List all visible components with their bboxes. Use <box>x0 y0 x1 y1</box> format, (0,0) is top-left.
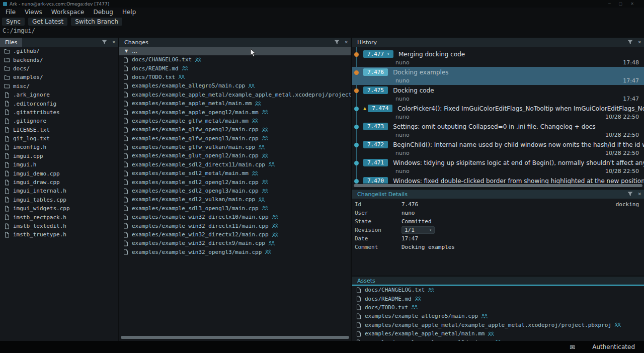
toolbar-button-get-latest[interactable]: Get Latest <box>28 18 67 26</box>
changed-file-row[interactable]: examples/example_sdl3_opengl3/main.cpp <box>119 204 351 213</box>
revision-badge[interactable]: 7.470 <box>363 177 388 184</box>
revision-badge[interactable]: 7.473 <box>363 123 388 130</box>
changed-file-row[interactable]: examples/example_win32_directx11/main.cp… <box>119 221 351 230</box>
history-row[interactable]: 7.472 BeginChild(): Internal name used b… <box>352 139 644 157</box>
mail-icon[interactable]: ✉ <box>570 343 575 351</box>
changed-file-row[interactable]: examples/example_allegro5/main.cpp <box>119 81 351 90</box>
file-icon <box>123 92 129 98</box>
folder-item-misc[interactable]: misc/ <box>0 82 118 91</box>
file-item-imstb-textedit-h[interactable]: imstb_textedit.h <box>0 222 118 230</box>
changed-file-row[interactable]: examples/example_sdl2_opengl3/main.cpp <box>119 187 351 195</box>
close-button[interactable]: ✕ <box>630 2 634 6</box>
changed-file-row[interactable]: examples/example_apple_metal/main.mm <box>119 99 351 108</box>
menu-debug[interactable]: Debug <box>89 9 117 16</box>
file-item-imgui-demo-cpp[interactable]: imgui_demo.cpp <box>0 169 118 178</box>
horizontal-scrollbar[interactable] <box>354 184 642 187</box>
file-item-imgui-draw-cpp[interactable]: imgui_draw.cpp <box>0 178 118 187</box>
horizontal-scrollbar[interactable] <box>121 336 349 339</box>
filter-icon[interactable] <box>102 40 107 45</box>
changed-file-row[interactable]: examples/example_apple_metal/example_app… <box>119 91 351 99</box>
changed-file-row[interactable]: examples/example_win32_directx9/main.cpp <box>119 239 351 247</box>
changed-file-row[interactable]: examples/example_sdl2_directx11/main.cpp <box>119 160 351 169</box>
history-row[interactable]: 7.470 Windows: fixed double-clicked bord… <box>352 175 644 184</box>
files-panel-title[interactable]: Files <box>0 38 22 47</box>
changed-file-row[interactable]: examples/example_sdl2_vulkan/main.cpp <box>119 195 351 204</box>
details-panel-title[interactable]: Changelist Details <box>352 191 408 198</box>
asset-row[interactable]: examples/example_apple_metal/main.mm <box>352 329 644 338</box>
file-item-imstb-rectpack-h[interactable]: imstb_rectpack.h <box>0 213 118 221</box>
toolbar-button-switch-branch[interactable]: Switch Branch <box>71 18 122 26</box>
changed-file-row[interactable]: docs/TODO.txt <box>119 73 351 81</box>
file-item-ark-ignore[interactable]: .ark_ignore <box>0 91 118 99</box>
history-row[interactable]: 7.477▾ Merging docking code nuno 17:48 <box>352 49 644 67</box>
revision-badge[interactable]: 7.475 <box>363 86 388 94</box>
revision-dropdown[interactable]: 1/1▾ <box>401 226 435 234</box>
revision-badge[interactable]: 7.474 <box>368 105 392 112</box>
changes-panel-title[interactable]: Changes <box>119 39 148 46</box>
changed-file-row[interactable]: examples/example_win32_opengl3/main.cpp <box>119 248 351 256</box>
changed-file-row[interactable]: examples/example_glfw_vulkan/main.cpp <box>119 143 351 151</box>
changes-root-node[interactable]: ▼ ... <box>119 47 351 55</box>
asset-row[interactable]: examples/example_apple_metal/example_app… <box>352 321 644 329</box>
panel-close-icon[interactable]: ✕ <box>344 40 348 45</box>
changed-file-row[interactable]: examples/example_glfw_opengl3/main.cpp <box>119 134 351 143</box>
file-item-editorconfig[interactable]: .editorconfig <box>0 99 118 108</box>
asset-row[interactable]: examples/example_allegro5/main.cpp <box>352 312 644 320</box>
changed-file-row[interactable]: examples/example_apple_opengl2/main.mm <box>119 108 351 116</box>
folder-item-docs[interactable]: docs/ <box>0 64 118 73</box>
file-item-gitignore[interactable]: .gitignore <box>0 117 118 125</box>
changed-file-row[interactable]: docs/README.md <box>119 64 351 72</box>
changed-file-row[interactable]: examples/example_win32_directx10/main.cp… <box>119 213 351 221</box>
filter-icon[interactable] <box>627 192 633 197</box>
changed-file-row[interactable]: examples/example_sdl2_metal/main.mm <box>119 169 351 178</box>
menu-file[interactable]: File <box>1 9 20 16</box>
changed-file-row[interactable]: examples/example_glut_opengl2/main.cpp <box>119 151 351 160</box>
changed-file-row[interactable]: examples/example_win32_directx12/main.cp… <box>119 230 351 239</box>
file-item-imgui-h[interactable]: imgui.h <box>0 160 118 169</box>
file-item-imgui-internal-h[interactable]: imgui_internal.h <box>0 187 118 195</box>
panel-close-icon[interactable]: ✕ <box>112 40 116 45</box>
expand-icon[interactable]: ▼ <box>125 49 128 53</box>
assets-panel-title[interactable]: Assets <box>352 278 375 284</box>
folder-item-github[interactable]: .github/ <box>0 47 118 55</box>
history-row[interactable]: ▲ 7.474 ColorPicker4(): Fixed ImGuiColor… <box>352 103 644 121</box>
history-row[interactable]: 7.473 Settings: omit outputing Collapsed… <box>352 121 644 139</box>
file-name: imgui.cpp <box>13 153 43 159</box>
menu-help[interactable]: Help <box>118 9 140 16</box>
file-item-imgui-tables-cpp[interactable]: imgui_tables.cpp <box>0 196 118 204</box>
filter-icon[interactable] <box>334 40 340 45</box>
checked-out-users-icon <box>182 66 189 71</box>
filter-icon[interactable] <box>627 40 633 45</box>
folder-item-backends[interactable]: backends/ <box>0 55 118 64</box>
revision-badge[interactable]: 7.472 <box>363 141 388 148</box>
toolbar-button-sync[interactable]: Sync <box>2 18 25 26</box>
asset-row[interactable]: docs/README.md <box>352 294 644 303</box>
file-item-license-txt[interactable]: LICENSE.txt <box>0 126 118 134</box>
maximize-button[interactable]: ▢ <box>619 2 623 6</box>
asset-row[interactable]: docs/TODO.txt <box>352 303 644 312</box>
file-item-imgui-cpp[interactable]: imgui.cpp <box>0 152 118 160</box>
revision-badge[interactable]: 7.471 <box>363 159 388 166</box>
minimize-button[interactable]: ─ <box>608 2 611 6</box>
changed-file-row[interactable]: examples/example_glfw_metal/main.mm <box>119 117 351 125</box>
file-item-imstb-truetype-h[interactable]: imstb_truetype.h <box>0 230 118 239</box>
asset-row[interactable]: docs/CHANGELOG.txt <box>352 286 644 294</box>
file-item-imconfig-h[interactable]: imconfig.h <box>0 143 118 151</box>
menu-views[interactable]: Views <box>20 9 47 16</box>
file-item-gitattributes[interactable]: .gitattributes <box>0 108 118 117</box>
file-item-git-log-txt[interactable]: git_log.txt <box>0 134 118 143</box>
changed-file-row[interactable]: docs/CHANGELOG.txt <box>119 55 351 64</box>
panel-close-icon[interactable]: ✕ <box>637 192 641 197</box>
menu-workspace[interactable]: Workspace <box>47 9 89 16</box>
file-item-imgui-widgets-cpp[interactable]: imgui_widgets.cpp <box>0 204 118 213</box>
changed-file-row[interactable]: examples/example_sdl2_opengl2/main.cpp <box>119 178 351 186</box>
folder-item-examples[interactable]: examples/ <box>0 73 118 81</box>
history-row[interactable]: 7.471 Windows: tidying up skipitems logi… <box>352 157 644 175</box>
history-row[interactable]: 7.475 Docking code nuno 17:47 <box>352 85 644 103</box>
changed-file-row[interactable]: examples/example_glfw_opengl2/main.cpp <box>119 125 351 134</box>
revision-badge[interactable]: 7.476 <box>363 68 388 76</box>
panel-close-icon[interactable]: ✕ <box>637 40 641 45</box>
revision-badge[interactable]: 7.477▾ <box>363 50 393 58</box>
history-panel-title[interactable]: History <box>352 39 377 46</box>
history-row[interactable]: 7.476 Docking examples nuno 17:47 <box>352 67 644 85</box>
